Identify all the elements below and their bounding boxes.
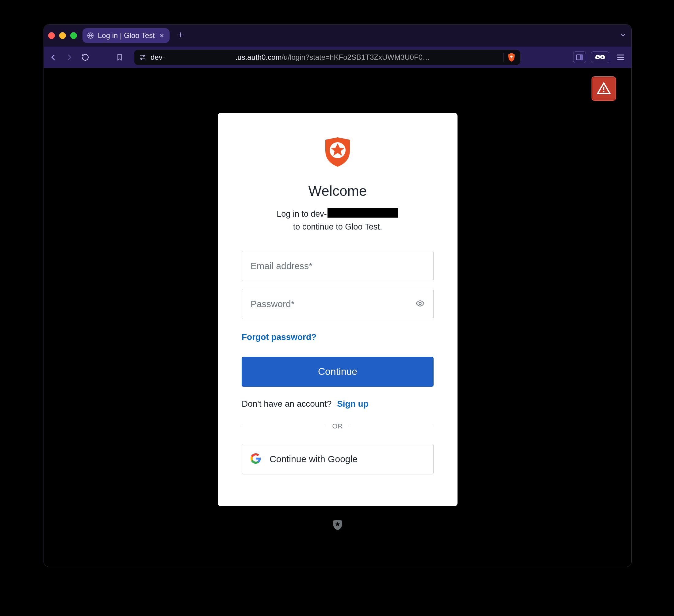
- google-button-label: Continue with Google: [269, 454, 357, 464]
- login-subtitle: Log in to dev-to continue to Gloo Test.: [242, 208, 434, 234]
- subtitle-post: to continue to Gloo Test.: [293, 221, 382, 234]
- warning-badge[interactable]: [591, 76, 616, 101]
- nav-back-button[interactable]: [48, 52, 59, 62]
- password-input[interactable]: [250, 299, 416, 309]
- login-card: Welcome Log in to dev-to continue to Glo…: [218, 113, 457, 506]
- site-settings-icon[interactable]: [139, 54, 146, 61]
- hamburger-menu-button[interactable]: [614, 51, 627, 63]
- titlebar: Log in | Gloo Test: [44, 24, 632, 46]
- brave-shields-icon[interactable]: [503, 53, 516, 62]
- url-bar[interactable]: dev-.us.auth0.com/u/login?state=hKFo2SB1…: [134, 50, 520, 65]
- tab-close-button[interactable]: [158, 32, 165, 39]
- continue-button[interactable]: Continue: [242, 357, 434, 387]
- bookmark-button[interactable]: [114, 52, 125, 62]
- private-mode-icon[interactable]: [591, 51, 609, 63]
- welcome-title: Welcome: [309, 183, 367, 199]
- forgot-password-link[interactable]: Forgot password?: [242, 332, 317, 342]
- auth0-footer-badge: [332, 519, 343, 532]
- nav-forward-button[interactable]: [64, 52, 75, 62]
- auth0-logo: [323, 136, 352, 168]
- tabs-overflow-button[interactable]: [619, 31, 627, 40]
- page-viewport: Welcome Log in to dev-to continue to Glo…: [44, 68, 632, 567]
- traffic-lights: [48, 32, 77, 39]
- email-field-wrapper: [242, 251, 434, 281]
- svg-point-6: [602, 56, 603, 58]
- show-password-button[interactable]: [416, 299, 425, 309]
- or-divider: OR: [242, 422, 434, 430]
- signup-prompt: Don't have an account?: [242, 399, 331, 409]
- url-domain-suffix: .us.auth0.com: [235, 53, 282, 61]
- signup-row: Don't have an account? Sign up: [242, 399, 368, 409]
- window-close-button[interactable]: [48, 32, 55, 39]
- url-text: dev-.us.auth0.com/u/login?state=hKFo2SB1…: [150, 53, 430, 61]
- nav-reload-button[interactable]: [80, 52, 91, 62]
- browser-tab[interactable]: Log in | Gloo Test: [83, 28, 170, 43]
- redacted-tenant: [328, 208, 398, 217]
- svg-point-1: [143, 55, 144, 56]
- toolbar: dev-.us.auth0.com/u/login?state=hKFo2SB1…: [44, 46, 632, 68]
- svg-point-5: [597, 56, 599, 58]
- svg-point-9: [419, 302, 421, 305]
- divider-line-right: [350, 426, 434, 426]
- svg-rect-4: [580, 55, 583, 60]
- sidebar-toggle-button[interactable]: [573, 51, 586, 63]
- new-tab-button[interactable]: [177, 30, 184, 41]
- warning-icon: [596, 81, 611, 96]
- or-label: OR: [332, 422, 343, 430]
- tab-title: Log in | Gloo Test: [98, 31, 155, 40]
- svg-point-7: [603, 91, 605, 93]
- globe-icon: [87, 32, 94, 39]
- continue-with-google-button[interactable]: Continue with Google: [242, 444, 434, 474]
- eye-icon: [416, 299, 425, 308]
- url-path: /u/login?state=hKFo2SB1T3ZxUWM3U0F0…: [282, 53, 430, 61]
- google-icon: [250, 453, 261, 465]
- email-input[interactable]: [250, 261, 425, 271]
- window-maximize-button[interactable]: [70, 32, 77, 39]
- url-prefix: dev-: [150, 53, 165, 61]
- password-field-wrapper: [242, 289, 434, 319]
- signup-link[interactable]: Sign up: [337, 399, 368, 409]
- window-minimize-button[interactable]: [59, 32, 66, 39]
- browser-window: Log in | Gloo Test: [43, 24, 632, 567]
- divider-line-left: [242, 426, 326, 426]
- subtitle-pre: Log in to dev-: [276, 208, 327, 221]
- svg-point-2: [141, 58, 142, 59]
